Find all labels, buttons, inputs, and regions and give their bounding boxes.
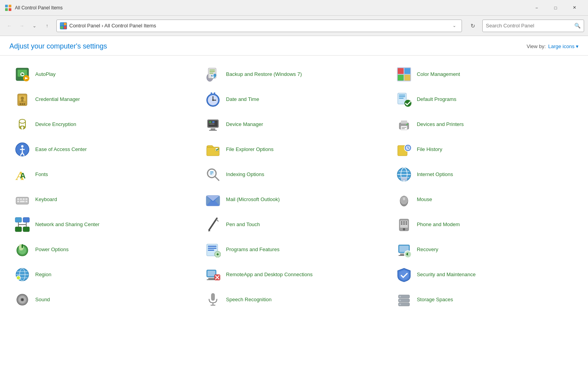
- view-by-label: View by:: [527, 43, 546, 49]
- svg-rect-1: [9, 5, 11, 7]
- svg-point-64: [21, 145, 23, 147]
- maximize-button[interactable]: □: [547, 2, 565, 14]
- up-button[interactable]: ↑: [41, 20, 52, 31]
- content-header: Adjust your computer's settings View by:…: [0, 36, 588, 56]
- grid-item-devices-printers[interactable]: Devices and Printers: [391, 112, 582, 137]
- svg-rect-56: [209, 130, 217, 131]
- svg-rect-122: [403, 223, 405, 225]
- grid-item-date-time[interactable]: Date and Time: [200, 87, 391, 112]
- svg-rect-107: [23, 218, 29, 222]
- grid-item-indexing-options[interactable]: Indexing Options: [200, 162, 391, 187]
- grid-item-security-maintenance[interactable]: Security and Maintenance: [391, 262, 582, 287]
- back-button[interactable]: ←: [4, 20, 15, 31]
- autoplay-icon: [14, 66, 31, 83]
- recovery-label: Recovery: [417, 246, 438, 253]
- grid-item-file-history[interactable]: File History: [391, 137, 582, 162]
- sound-icon: [14, 291, 31, 308]
- svg-point-35: [212, 99, 214, 101]
- view-by-value[interactable]: Large icons ▾: [548, 43, 579, 49]
- keyboard-label: Keyboard: [35, 196, 57, 203]
- svg-rect-5: [64, 23, 67, 25]
- grid-item-network-sharing[interactable]: Network and Sharing Center: [9, 212, 200, 237]
- svg-rect-40: [399, 96, 405, 97]
- search-icon[interactable]: 🔍: [574, 23, 581, 29]
- svg-point-29: [22, 103, 23, 105]
- grid-item-speech-recognition[interactable]: Speech Recognition: [200, 287, 391, 312]
- grid-item-mouse[interactable]: Mouse: [391, 187, 582, 212]
- svg-rect-41: [399, 98, 404, 99]
- region-label: Region: [35, 272, 51, 278]
- grid-item-storage-spaces[interactable]: Storage Spaces: [391, 287, 582, 312]
- color-management-icon: [396, 66, 412, 83]
- security-maintenance-icon: [396, 266, 412, 283]
- grid-item-remoteapp[interactable]: RemoteApp and Desktop Connections: [200, 262, 391, 287]
- grid-item-internet-options[interactable]: Internet Options: [391, 162, 582, 187]
- indexing-options-label: Indexing Options: [226, 171, 264, 178]
- grid-item-device-encryption[interactable]: Device Encryption: [9, 112, 200, 137]
- svg-rect-20: [398, 68, 404, 74]
- search-input[interactable]: [486, 23, 574, 29]
- recent-locations-button[interactable]: ⌄: [29, 20, 40, 31]
- file-history-label: File History: [417, 146, 442, 153]
- device-encryption-icon: [14, 116, 31, 133]
- address-dropdown-button[interactable]: ⌄: [450, 22, 458, 29]
- remoteapp-label: RemoteApp and Desktop Connections: [226, 272, 312, 278]
- grid-item-programs-features[interactable]: Programs and Features: [200, 237, 391, 262]
- grid-item-fonts[interactable]: A A Fonts: [9, 162, 200, 187]
- svg-rect-7: [64, 26, 67, 29]
- refresh-button[interactable]: ↻: [467, 20, 478, 31]
- svg-point-26: [21, 97, 24, 100]
- grid-item-mail[interactable]: Mail (Microsoft Outlook): [200, 187, 391, 212]
- svg-rect-157: [211, 293, 215, 300]
- grid-item-backup-restore[interactable]: Backup and Restore (Windows 7): [200, 62, 391, 87]
- grid-item-keyboard[interactable]: Keyboard: [9, 187, 200, 212]
- svg-rect-119: [403, 221, 405, 223]
- svg-rect-0: [5, 5, 8, 7]
- fonts-label: Fonts: [35, 171, 48, 178]
- svg-point-163: [399, 296, 401, 297]
- grid-item-phone-modem[interactable]: Phone and Modem: [391, 212, 582, 237]
- programs-features-label: Programs and Features: [226, 246, 280, 253]
- address-bar[interactable]: Control Panel › All Control Panel Items …: [56, 20, 462, 32]
- view-by-control: View by: Large icons ▾: [527, 43, 579, 49]
- grid-item-device-manager[interactable]: Device Manager: [200, 112, 391, 137]
- svg-rect-81: [210, 174, 212, 174]
- svg-rect-130: [208, 248, 216, 249]
- window-title: All Control Panel Items: [15, 5, 528, 11]
- svg-point-145: [16, 276, 20, 280]
- pen-touch-icon: [205, 216, 221, 233]
- svg-rect-55: [211, 128, 215, 130]
- grid-item-autoplay[interactable]: AutoPlay: [9, 62, 200, 87]
- grid-item-sound[interactable]: Sound: [9, 287, 200, 312]
- devices-printers-icon: [396, 116, 412, 133]
- close-button[interactable]: ✕: [565, 2, 583, 14]
- grid-item-ease-of-access[interactable]: Ease of Access Center: [9, 137, 200, 162]
- file-history-icon: [396, 141, 412, 158]
- grid-item-recovery[interactable]: Recovery: [391, 237, 582, 262]
- grid-item-color-management[interactable]: Color Management: [391, 62, 582, 87]
- grid-item-region[interactable]: Region: [9, 262, 200, 287]
- app-icon: [5, 4, 12, 11]
- minimize-button[interactable]: −: [528, 2, 546, 14]
- grid-item-pen-touch[interactable]: Pen and Touch: [200, 212, 391, 237]
- fonts-icon: A A: [14, 166, 31, 183]
- svg-rect-134: [217, 253, 218, 255]
- network-sharing-label: Network and Sharing Center: [35, 221, 99, 228]
- svg-rect-17: [209, 71, 215, 72]
- svg-rect-27: [21, 100, 23, 102]
- grid-item-file-explorer-options[interactable]: File Explorer Options: [200, 137, 391, 162]
- grid-item-credential-manager[interactable]: Credential Manager: [9, 87, 200, 112]
- credential-manager-label: Credential Manager: [35, 96, 80, 103]
- svg-point-165: [399, 304, 401, 305]
- window-controls: − □ ✕: [528, 2, 583, 14]
- svg-rect-79: [210, 171, 213, 172]
- svg-rect-22: [398, 75, 404, 81]
- grid-item-default-programs[interactable]: Default Programs: [391, 87, 582, 112]
- remoteapp-icon: [205, 266, 221, 283]
- mail-icon: [205, 191, 221, 208]
- device-manager-icon: [205, 116, 221, 133]
- svg-rect-121: [401, 223, 402, 225]
- forward-button[interactable]: →: [16, 20, 27, 31]
- grid-item-power-options[interactable]: Power Options: [9, 237, 200, 262]
- svg-rect-108: [15, 227, 22, 232]
